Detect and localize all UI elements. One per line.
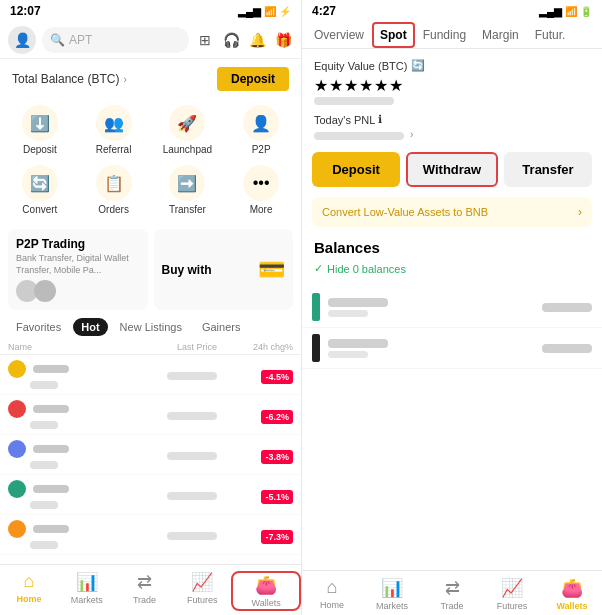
balances-title: Balances — [314, 239, 590, 256]
battery-icon: ⚡ — [279, 6, 291, 17]
more-icon-item[interactable]: ••• More — [225, 161, 297, 219]
gift-icon[interactable]: 🎁 — [273, 30, 293, 50]
pnl-blur-value — [314, 132, 404, 140]
coin-amount-2 — [542, 344, 592, 353]
transfer-icon-item[interactable]: ➡️ Transfer — [152, 161, 224, 219]
tab-favorites[interactable]: Favorites — [8, 318, 69, 336]
trade-icon: ⇄ — [137, 571, 152, 593]
r-nav-home[interactable]: ⌂ Home — [302, 577, 362, 611]
referral-label: Referral — [96, 144, 132, 155]
market-row[interactable]: -4.5% — [0, 355, 301, 395]
deposit-button[interactable]: Deposit — [217, 67, 289, 91]
price-3 — [122, 446, 217, 464]
orders-label: Orders — [98, 204, 129, 215]
r-nav-trade[interactable]: ⇄ Trade — [422, 577, 482, 611]
tab-spot[interactable]: Spot — [372, 22, 415, 48]
coin-amount-1 — [542, 303, 592, 312]
nav-home[interactable]: ⌂ Home — [0, 571, 58, 611]
transfer-icon: ➡️ — [169, 165, 205, 201]
market-row[interactable]: -5.1% — [0, 475, 301, 515]
coin-name-5 — [8, 520, 122, 549]
market-row[interactable]: -6.2% — [0, 395, 301, 435]
p2p-card[interactable]: P2P Trading Bank Transfer, Digital Walle… — [8, 229, 148, 310]
right-status-icons: ▂▄▆ 📶 🔋 — [539, 6, 592, 17]
r-nav-home-label: Home — [320, 600, 344, 610]
right-top-tabs: Overview Spot Funding Margin Futur. — [302, 22, 602, 49]
buy-card-title: Buy with — [162, 263, 212, 277]
coin-name-4 — [8, 480, 122, 509]
price-4 — [122, 486, 217, 504]
search-placeholder: APT — [69, 33, 92, 47]
referral-icon-item[interactable]: 👥 Referral — [78, 101, 150, 159]
transfer-action-button[interactable]: Transfer — [504, 152, 592, 187]
balance-item[interactable] — [302, 287, 602, 328]
launchpad-label: Launchpad — [163, 144, 213, 155]
coin-name-2 — [8, 400, 122, 429]
coin-info-2 — [328, 339, 534, 358]
balance-row: Total Balance (BTC) › Deposit — [0, 59, 301, 95]
deposit-icon: ⬇️ — [22, 105, 58, 141]
nav-markets[interactable]: 📊 Markets — [58, 571, 116, 611]
nav-futures[interactable]: 📈 Futures — [173, 571, 231, 611]
withdraw-action-button[interactable]: Withdraw — [406, 152, 498, 187]
chg-3: -3.8% — [217, 446, 293, 464]
price-2 — [122, 406, 217, 424]
wifi-icon: 📶 — [264, 6, 276, 17]
chg-1: -4.5% — [217, 366, 293, 384]
tab-margin[interactable]: Margin — [474, 22, 527, 48]
tab-funding[interactable]: Funding — [415, 22, 474, 48]
tab-futures[interactable]: Futur. — [527, 22, 574, 48]
r-nav-futures-label: Futures — [497, 601, 528, 611]
market-row[interactable]: -7.3% — [0, 515, 301, 555]
avatar[interactable]: 👤 — [8, 26, 36, 54]
right-status-bar: 4:27 ▂▄▆ 📶 🔋 — [302, 0, 602, 22]
p2p-label: P2P — [252, 144, 271, 155]
refresh-icon[interactable]: 🔄 — [411, 59, 425, 72]
convert-banner[interactable]: Convert Low-Value Assets to BNB › — [312, 197, 592, 227]
r-battery-icon: 🔋 — [580, 6, 592, 17]
futures-icon: 📈 — [191, 571, 213, 593]
r-nav-markets[interactable]: 📊 Markets — [362, 577, 422, 611]
chg-4: -5.1% — [217, 486, 293, 504]
promo-row: P2P Trading Bank Transfer, Digital Walle… — [8, 229, 293, 310]
nav-trade[interactable]: ⇄ Trade — [116, 571, 174, 611]
scan-icon[interactable]: ⊞ — [195, 30, 215, 50]
launchpad-icon-item[interactable]: 🚀 Launchpad — [152, 101, 224, 159]
left-status-bar: 12:07 ▂▄▆ 📶 ⚡ — [0, 0, 301, 22]
nav-wallets[interactable]: 👛 Wallets — [231, 571, 301, 611]
orders-icon-item[interactable]: 📋 Orders — [78, 161, 150, 219]
right-time: 4:27 — [312, 4, 336, 18]
r-nav-futures[interactable]: 📈 Futures — [482, 577, 542, 611]
deposit-action-button[interactable]: Deposit — [312, 152, 400, 187]
balance-items — [302, 287, 602, 369]
left-status-icons: ▂▄▆ 📶 ⚡ — [238, 6, 291, 17]
chg-2: -6.2% — [217, 406, 293, 424]
pnl-arrow-icon[interactable]: › — [410, 129, 413, 140]
balance-item[interactable] — [302, 328, 602, 369]
market-row[interactable]: -3.8% — [0, 435, 301, 475]
search-box[interactable]: 🔍 APT — [42, 27, 189, 53]
p2p-card-title: P2P Trading — [16, 237, 140, 251]
r-signal-icon: ▂▄▆ — [539, 6, 562, 17]
pnl-label: Today's PNL ℹ — [314, 113, 590, 126]
convert-icon-item[interactable]: 🔄 Convert — [4, 161, 76, 219]
headset-icon[interactable]: 🎧 — [221, 30, 241, 50]
price-5 — [122, 526, 217, 544]
col-price: Last Price — [122, 342, 217, 352]
tab-hot[interactable]: Hot — [73, 318, 107, 336]
tab-gainers[interactable]: Gainers — [194, 318, 249, 336]
convert-banner-text: Convert Low-Value Assets to BNB — [322, 206, 488, 218]
deposit-icon-item[interactable]: ⬇️ Deposit — [4, 101, 76, 159]
tab-new-listings[interactable]: New Listings — [112, 318, 190, 336]
hide-zero-label[interactable]: Hide 0 balances — [327, 263, 406, 275]
p2p-card-sub: Bank Transfer, Digital Wallet Transfer, … — [16, 253, 140, 276]
buy-card[interactable]: Buy with 💳 — [154, 229, 294, 310]
tab-overview[interactable]: Overview — [306, 22, 372, 48]
col-change: 24h chg% — [217, 342, 293, 352]
bell-icon[interactable]: 🔔 — [247, 30, 267, 50]
left-bottom-nav: ⌂ Home 📊 Markets ⇄ Trade 📈 Futures 👛 Wal… — [0, 564, 301, 615]
r-nav-wallets[interactable]: 👛 Wallets — [542, 577, 602, 611]
balance-arrow-icon[interactable]: › — [123, 74, 126, 85]
p2p-icon-item[interactable]: 👤 P2P — [225, 101, 297, 159]
market-header: Name Last Price 24h chg% — [0, 340, 301, 355]
